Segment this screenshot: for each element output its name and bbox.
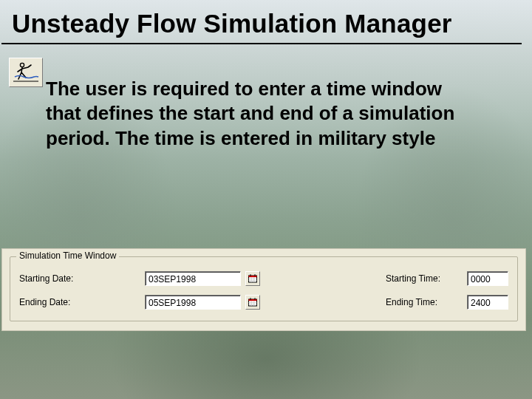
starting-date-input[interactable]: 03SEP1998 [145,271,241,286]
page-title: Unsteady Flow Simulation Manager [0,0,532,38]
ending-time-label: Ending Time: [386,297,467,307]
svg-point-1 [20,63,24,66]
starting-date-label: Starting Date: [19,273,145,284]
calendar-icon [248,273,258,284]
time-window-fieldset: Simulation Time Window Starting Date: 03… [10,256,518,321]
ending-date-calendar-button[interactable] [245,295,260,310]
svg-rect-3 [249,276,257,277]
runner-icon [9,58,43,87]
ending-date-input[interactable]: 05SEP1998 [145,295,241,310]
starting-date-calendar-button[interactable] [245,271,260,286]
fieldset-legend: Simulation Time Window [16,250,119,261]
row-starting: Starting Date: 03SEP1998 Starti [19,269,508,288]
body-text: The user is required to enter a time win… [46,77,466,151]
calendar-icon [248,297,258,307]
svg-rect-11 [249,299,257,301]
starting-time-input[interactable]: 0000 [467,271,508,286]
slide: Unsteady Flow Simulation Manager The use… [0,0,532,399]
starting-time-label: Starting Time: [386,273,467,284]
row-ending: Ending Date: 05SEP1998 Ending T [19,293,508,312]
ending-date-label: Ending Date: [19,297,145,307]
time-window-panel: Simulation Time Window Starting Date: 03… [1,248,526,331]
ending-time-input[interactable]: 2400 [467,295,508,310]
title-underline [1,43,522,44]
